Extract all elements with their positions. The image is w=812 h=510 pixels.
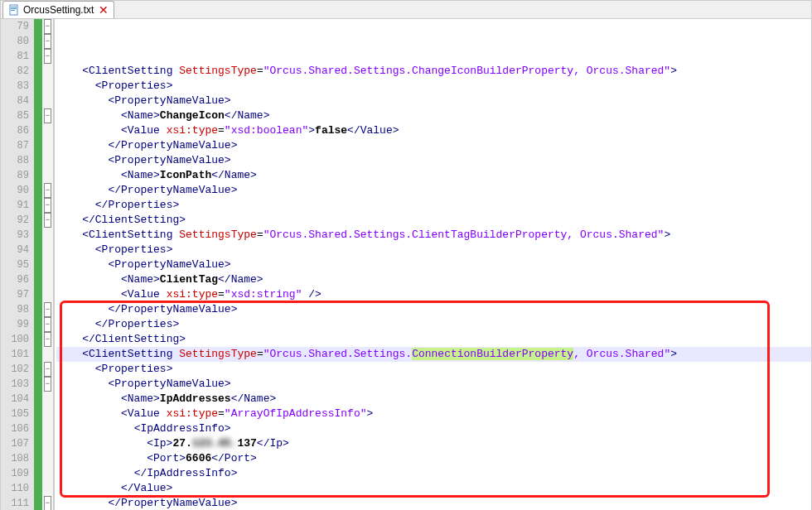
- code-line: <Properties>: [56, 79, 811, 94]
- fold-toggle[interactable]: −: [44, 34, 51, 49]
- fold-toggle[interactable]: −: [44, 183, 51, 198]
- code-line: </PropertyNameValue>: [56, 138, 811, 153]
- fold-toggle[interactable]: −: [44, 332, 51, 347]
- fold-toggle[interactable]: −: [44, 317, 51, 332]
- code-line: <Value xsi:type="xsd:string" />: [56, 287, 811, 302]
- fold-toggle[interactable]: −: [44, 496, 51, 510]
- code-line: <Ip>27.123.45.137</Ip>: [56, 436, 811, 451]
- gutter: 7980818283848586878889909192939495969798…: [1, 19, 55, 510]
- code-line: <Port>6606</Port>: [56, 451, 811, 466]
- code-line: </Value>: [56, 481, 811, 496]
- file-icon: [8, 4, 20, 16]
- code-line: </PropertyNameValue>: [56, 496, 811, 510]
- code-line: <Name>ChangeIcon</Name>: [56, 108, 811, 123]
- code-line: </PropertyNameValue>: [56, 183, 811, 198]
- line-numbers: 7980818283848586878889909192939495969798…: [1, 19, 34, 510]
- editor-window: OrcusSetting.txt ✕ 798081828384858687888…: [0, 0, 812, 510]
- code-line: </Properties>: [56, 198, 811, 213]
- svg-rect-1: [11, 7, 17, 7]
- code-line: <PropertyNameValue>: [56, 377, 811, 392]
- fold-toggle[interactable]: −: [44, 49, 51, 64]
- fold-toggle[interactable]: −: [44, 362, 51, 377]
- code-line: <Name>IpAddresses</Name>: [56, 392, 811, 407]
- code-line: <ClientSetting SettingsType="Orcus.Share…: [56, 64, 811, 79]
- close-icon[interactable]: ✕: [99, 4, 109, 16]
- tab-filename: OrcusSetting.txt: [23, 4, 94, 16]
- fold-toggle[interactable]: −: [44, 108, 51, 123]
- code-line: </ClientSetting>: [56, 213, 811, 228]
- code-line: <Properties>: [56, 243, 811, 257]
- tab-bar: OrcusSetting.txt ✕: [1, 1, 811, 19]
- code-line: <Value xsi:type="xsd:boolean">false</Val…: [56, 123, 811, 138]
- svg-rect-3: [11, 10, 15, 11]
- code-line: <Value xsi:type="ArrayOfIpAddressInfo">: [56, 407, 811, 421]
- code-line: <Properties>: [56, 362, 811, 377]
- code-line: <PropertyNameValue>: [56, 94, 811, 108]
- svg-rect-2: [11, 8, 17, 9]
- fold-toggle[interactable]: −: [44, 377, 51, 392]
- fold-toggle[interactable]: −: [44, 198, 51, 213]
- fold-toggle[interactable]: −: [44, 19, 51, 34]
- change-markers: [34, 19, 42, 510]
- fold-toggle[interactable]: −: [44, 213, 51, 228]
- code-line: <ClientSetting SettingsType="Orcus.Share…: [56, 228, 811, 243]
- code-line: </PropertyNameValue>: [56, 302, 811, 317]
- editor-area: 7980818283848586878889909192939495969798…: [1, 19, 811, 510]
- code-line: <ClientSetting SettingsType="Orcus.Share…: [56, 347, 811, 362]
- code-area[interactable]: <ClientSetting SettingsType="Orcus.Share…: [55, 19, 811, 510]
- code-line: <IpAddressInfo>: [56, 421, 811, 436]
- code-line: <PropertyNameValue>: [56, 153, 811, 168]
- code-line: </IpAddressInfo>: [56, 466, 811, 481]
- fold-toggle[interactable]: −: [44, 302, 51, 317]
- code-line: <Name>ClientTag</Name>: [56, 272, 811, 287]
- code-line: <PropertyNameValue>: [56, 257, 811, 272]
- code-line: <Name>IconPath</Name>: [56, 168, 811, 183]
- code-line: </Properties>: [56, 317, 811, 332]
- fold-column: −−−−−−−−−−−−−: [42, 19, 54, 510]
- code-line: </ClientSetting>: [56, 332, 811, 347]
- file-tab[interactable]: OrcusSetting.txt ✕: [2, 1, 114, 18]
